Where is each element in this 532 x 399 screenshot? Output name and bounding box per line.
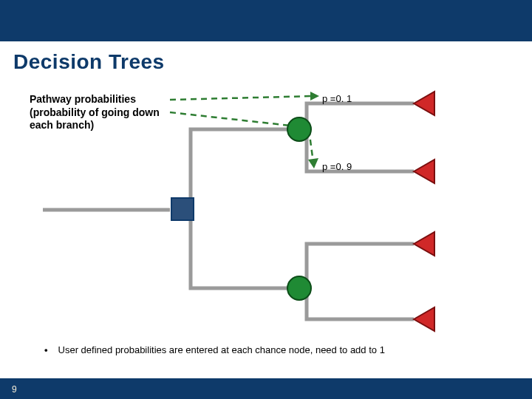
svg-marker-5 xyxy=(414,92,434,115)
terminal-lower-2-icon xyxy=(414,307,434,331)
probability-label-bottom: p =0. 9 xyxy=(322,161,352,172)
bullet-text: User defined probabilities are entered a… xyxy=(58,344,385,355)
svg-marker-7 xyxy=(414,232,434,256)
terminal-upper-2-icon xyxy=(414,160,434,183)
svg-line-2 xyxy=(170,112,290,126)
outcome-lower-1 xyxy=(307,244,414,282)
chance-node-upper-icon xyxy=(287,117,311,141)
outcome-upper-1 xyxy=(307,103,414,124)
decision-node-icon xyxy=(171,198,194,220)
svg-marker-4 xyxy=(308,158,318,168)
page-number: 9 xyxy=(12,384,17,395)
svg-marker-8 xyxy=(414,307,434,331)
chance-node-lower-icon xyxy=(287,276,311,300)
slide: Decision Trees Pathway probabilities (pr… xyxy=(0,0,532,399)
footer-band xyxy=(0,378,532,399)
terminal-lower-1-icon xyxy=(414,232,434,256)
branch-upper xyxy=(191,129,288,202)
decision-tree-diagram xyxy=(0,0,532,399)
svg-line-0 xyxy=(170,96,313,100)
outcome-lower-2 xyxy=(307,294,414,319)
probability-label-top: p =0. 1 xyxy=(322,93,352,104)
svg-marker-1 xyxy=(310,92,319,100)
bullet-dot-icon: • xyxy=(44,344,48,355)
svg-marker-6 xyxy=(414,160,434,183)
terminal-upper-1-icon xyxy=(414,92,434,115)
bullet-row: • User defined probabilities are entered… xyxy=(44,344,502,355)
branch-lower xyxy=(191,217,288,288)
